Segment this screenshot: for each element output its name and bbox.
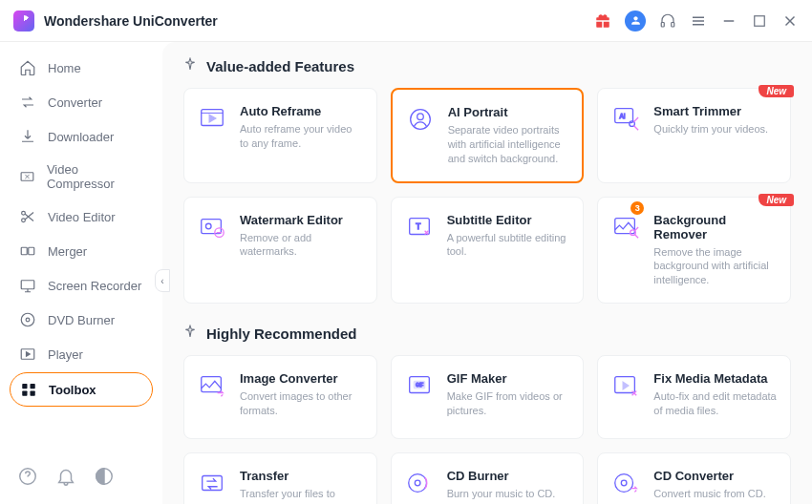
pin-icon: [183, 57, 197, 74]
svg-rect-42: [203, 476, 223, 491]
card-desc: Separate video portraits with artificial…: [448, 123, 569, 166]
svg-rect-14: [21, 281, 34, 289]
card-desc: Transfer your files to device or hard dr…: [240, 487, 363, 504]
bell-icon[interactable]: [55, 466, 76, 487]
maximize-icon[interactable]: [751, 12, 768, 30]
sidebar-item-player[interactable]: Player: [10, 338, 153, 370]
sidebar-item-screen-recorder[interactable]: Screen Recorder: [10, 269, 153, 302]
sidebar-item-label: Home: [48, 61, 81, 75]
sidebar-item-label: Converter: [48, 95, 102, 110]
svg-point-44: [415, 480, 420, 486]
sidebar-item-downloader[interactable]: Downloader: [10, 120, 153, 153]
card-title: Transfer: [240, 469, 363, 483]
card-ai-portrait[interactable]: AI PortraitSeparate video portraits with…: [391, 88, 585, 183]
ai-portrait-icon: [406, 105, 435, 134]
card-desc: Remove the image background with artific…: [653, 245, 777, 288]
card-auto-reframe[interactable]: Auto ReframeAuto reframe your video to a…: [183, 88, 377, 183]
sidebar-item-label: Video Editor: [48, 210, 116, 224]
card-desc: A powerful subtitle editing tool.: [447, 231, 570, 260]
sidebar-item-label: Toolbox: [49, 383, 96, 397]
gift-icon[interactable]: [594, 12, 611, 30]
card-transfer[interactable]: TransferTransfer your files to device or…: [183, 452, 377, 504]
svg-text:T: T: [416, 220, 420, 230]
svg-point-45: [615, 474, 633, 493]
download-icon: [19, 128, 36, 145]
card-watermark-editor[interactable]: Watermark EditorRemove or add watermarks…: [183, 197, 377, 304]
card-subtitle-editor[interactable]: T Subtitle EditorA powerful subtitle edi…: [391, 197, 585, 304]
watermark-icon: [198, 213, 226, 242]
card-desc: Remove or add watermarks.: [240, 231, 363, 260]
recorder-icon: [19, 277, 36, 294]
auto-reframe-icon: [198, 104, 226, 133]
help-icon[interactable]: [17, 466, 38, 487]
card-desc: Quickly trim your videos.: [653, 122, 768, 136]
card-title: CD Converter: [653, 469, 765, 483]
sidebar-item-converter[interactable]: Converter: [10, 86, 153, 118]
card-title: Subtitle Editor: [447, 213, 570, 227]
close-icon[interactable]: [781, 12, 799, 30]
svg-point-46: [622, 480, 628, 486]
new-badge: New: [759, 85, 794, 97]
content-area: Value-added Features Auto ReframeAuto re…: [162, 42, 812, 504]
card-background-remover[interactable]: New 3 Background RemoverRemove the image…: [597, 197, 791, 304]
converter-icon: [19, 94, 36, 111]
home-icon: [19, 59, 36, 76]
scissors-icon: [19, 208, 36, 225]
svg-rect-20: [22, 391, 27, 396]
theme-icon[interactable]: [94, 466, 115, 487]
collapse-sidebar-button[interactable]: ‹: [155, 269, 170, 292]
cd-burner-icon: [405, 469, 434, 497]
sidebar: Home Converter Downloader Video Compress…: [0, 42, 162, 504]
svg-rect-13: [29, 247, 34, 255]
sidebar-item-home[interactable]: Home: [10, 52, 153, 84]
card-desc: Convert music from CD.: [653, 487, 765, 501]
sidebar-item-merger[interactable]: Merger: [10, 235, 153, 267]
card-fix-media-metadata[interactable]: Fix Media MetadataAuto-fix and edit meta…: [597, 355, 791, 439]
new-badge: New: [759, 194, 794, 206]
section-title: Highly Recommended: [206, 326, 357, 342]
sidebar-item-toolbox[interactable]: Toolbox: [10, 372, 153, 407]
titlebar: Wondershare UniConverter: [0, 0, 812, 42]
card-title: CD Burner: [447, 469, 556, 483]
image-converter-icon: [198, 371, 226, 400]
section-header-recommended: Highly Recommended: [183, 325, 791, 342]
card-desc: Burn your music to CD.: [447, 487, 556, 501]
card-title: Image Converter: [240, 371, 363, 386]
sidebar-item-label: Video Compressor: [47, 162, 143, 191]
svg-point-16: [26, 318, 30, 322]
svg-rect-18: [22, 384, 27, 388]
card-title: GIF Maker: [447, 371, 570, 386]
count-badge: 3: [630, 201, 644, 215]
svg-point-15: [21, 313, 34, 326]
svg-rect-12: [21, 247, 27, 255]
sidebar-item-video-compressor[interactable]: Video Compressor: [10, 155, 153, 199]
svg-rect-6: [755, 15, 765, 26]
bg-remover-icon: [611, 213, 640, 242]
subtitle-icon: T: [405, 213, 434, 242]
card-cd-burner[interactable]: CD BurnerBurn your music to CD.: [391, 452, 585, 504]
card-gif-maker[interactable]: GIF GIF MakerMake GIF from videos or pic…: [391, 355, 585, 439]
svg-point-26: [417, 114, 423, 120]
card-title: Background Remover: [653, 213, 777, 242]
svg-rect-1: [672, 22, 674, 27]
card-image-converter[interactable]: Image ConverterConvert images to other f…: [183, 355, 377, 439]
card-desc: Make GIF from videos or pictures.: [447, 389, 570, 418]
section-title: Value-added Features: [206, 58, 354, 74]
card-cd-converter[interactable]: CD ConverterConvert music from CD.: [597, 452, 791, 504]
user-avatar[interactable]: [625, 10, 646, 32]
sidebar-item-video-editor[interactable]: Video Editor: [10, 200, 153, 233]
merger-icon: [19, 242, 36, 260]
svg-text:GIF: GIF: [416, 383, 423, 388]
dvd-icon: [19, 311, 36, 328]
menu-icon[interactable]: [690, 12, 707, 30]
pin-icon: [183, 325, 197, 342]
svg-rect-0: [661, 22, 664, 27]
card-title: Auto Reframe: [240, 104, 363, 118]
sidebar-item-dvd-burner[interactable]: DVD Burner: [10, 304, 153, 336]
headset-icon[interactable]: [659, 12, 676, 30]
svg-point-31: [205, 223, 211, 229]
sidebar-item-label: Player: [48, 347, 83, 362]
card-title: Watermark Editor: [240, 213, 363, 227]
minimize-icon[interactable]: [720, 12, 737, 30]
card-smart-trimmer[interactable]: New AI Smart TrimmerQuickly trim your vi…: [597, 88, 791, 183]
